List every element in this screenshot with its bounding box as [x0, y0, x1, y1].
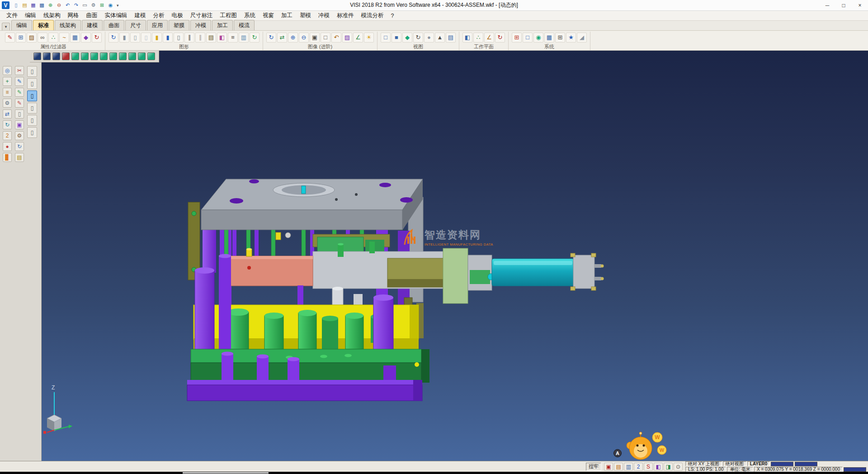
wrench-icon[interactable]: ⚙: [15, 131, 24, 140]
render-icon[interactable]: ☀: [364, 33, 374, 43]
statusbar-absolute-view[interactable]: 绝对视图: [723, 461, 746, 466]
menu-item[interactable]: 塑模: [296, 12, 315, 19]
menu-item[interactable]: 线架构: [40, 12, 64, 19]
menu-item[interactable]: 文件: [3, 12, 21, 19]
menu-item[interactable]: 电极: [168, 12, 187, 19]
menu-item[interactable]: 标准件: [333, 12, 358, 19]
statusbar-units[interactable]: 单位: 毫米: [727, 467, 753, 472]
layer-manager-icon[interactable]: ▤: [206, 33, 216, 43]
shade-element-icon[interactable]: ▮: [119, 33, 129, 43]
cube-view-dimetric-icon[interactable]: [147, 52, 155, 60]
selection-filter-icon[interactable]: ▣: [604, 463, 613, 471]
cube-view-bottom-icon[interactable]: [128, 52, 136, 60]
workplane-standard-icon[interactable]: ◧: [462, 33, 472, 43]
color-swatch[interactable]: [844, 467, 866, 472]
view-top-icon[interactable]: □: [381, 33, 391, 43]
ribbon-tab[interactable]: 建模: [82, 20, 103, 30]
cube-view-left-icon[interactable]: [109, 52, 117, 60]
cube-view-right-icon[interactable]: [119, 52, 127, 60]
cube-view-iso-icon[interactable]: [71, 52, 79, 60]
rotate-tool-icon[interactable]: ⚙: [3, 99, 12, 108]
ribbon-tab[interactable]: 编辑: [11, 20, 32, 30]
ribbon-tab[interactable]: 应用: [147, 20, 168, 30]
unclip-group-icon[interactable]: ∥: [195, 33, 205, 43]
quick-access-overflow-icon[interactable]: ▾: [114, 3, 121, 8]
filter-curves-icon[interactable]: ~: [59, 33, 69, 43]
workplane-status-icon[interactable]: ◧: [654, 463, 663, 471]
snap-star-icon[interactable]: ★: [566, 33, 576, 43]
3d-viewport[interactable]: 智造资料网 INTELLIGENT MANUFACTURING DATA Z: [42, 51, 868, 461]
menu-item[interactable]: 编辑: [21, 12, 40, 19]
attribute-brush-icon[interactable]: ▨: [27, 33, 37, 43]
ribbon-tab[interactable]: 曲面: [104, 20, 124, 30]
ghost-element-icon[interactable]: ▯: [141, 33, 151, 43]
view-preset-6[interactable]: ▯: [27, 127, 37, 138]
zoom-tool-icon[interactable]: ◎: [3, 66, 12, 75]
color-swatch[interactable]: [771, 462, 793, 466]
table-icon[interactable]: ▦: [544, 33, 554, 43]
ribbon-tab[interactable]: 标准: [33, 20, 54, 30]
zoom-out-icon[interactable]: ⊖: [299, 33, 309, 43]
line-style-icon[interactable]: ≡: [228, 33, 238, 43]
cube-view-back-icon[interactable]: [100, 52, 108, 60]
snap-toggle[interactable]: 捏牢: [586, 463, 601, 471]
ribbon-tab[interactable]: 冲模: [190, 20, 211, 30]
print-icon[interactable]: ▭: [81, 1, 89, 9]
zoom-window-icon[interactable]: ▣: [310, 33, 320, 43]
cube-view-front-icon[interactable]: [90, 52, 98, 60]
view-preset-3[interactable]: ▯: [27, 90, 37, 101]
shade-selection-icon[interactable]: ▮: [163, 33, 173, 43]
menu-item[interactable]: 尺寸标注: [187, 12, 217, 19]
filter-all-icon[interactable]: ∞: [38, 33, 47, 43]
maximize-button[interactable]: □: [835, 0, 852, 10]
workplane-3points-icon[interactable]: ∴: [473, 33, 483, 43]
split-viewport-icon[interactable]: [43, 52, 51, 60]
menu-item[interactable]: 加工: [278, 12, 296, 19]
modify-icon[interactable]: ✎: [15, 99, 24, 108]
ribbon-tab[interactable]: 塑膜: [169, 20, 189, 30]
print-status-icon[interactable]: ▤: [614, 463, 623, 471]
library-icon[interactable]: ▤: [15, 153, 24, 162]
wireframe-element-icon[interactable]: ▯: [130, 33, 140, 43]
menu-item[interactable]: 建模: [131, 12, 150, 19]
filter-solids-icon[interactable]: ◆: [81, 33, 91, 43]
menu-item[interactable]: 系统: [241, 12, 259, 19]
workplane-reset-icon[interactable]: ↻: [495, 33, 505, 43]
cube-view-axon-icon[interactable]: [138, 52, 146, 60]
regenerate-icon[interactable]: ↻: [250, 33, 259, 43]
clip-group-icon[interactable]: ∥: [184, 33, 194, 43]
workplane-align-icon[interactable]: ∠: [484, 33, 494, 43]
ramp-icon[interactable]: ◢: [577, 33, 587, 43]
point-icon[interactable]: ●: [3, 142, 12, 151]
world-icon[interactable]: ◉: [107, 1, 114, 9]
base-plate[interactable]: [187, 380, 422, 401]
single-viewport-icon[interactable]: [33, 52, 41, 60]
sketch-icon[interactable]: ✎: [15, 77, 24, 86]
ribbon-tab[interactable]: 模流: [234, 20, 255, 30]
new-document-icon[interactable]: ▯: [12, 1, 20, 9]
copy-attributes-icon[interactable]: ⊞: [16, 33, 26, 43]
move-tool-icon[interactable]: ⇄: [3, 109, 12, 118]
hide-element-icon[interactable]: ▯: [174, 33, 184, 43]
statusbar-view-mode[interactable]: 绝对 XY 上视图: [685, 461, 722, 466]
menu-item[interactable]: 分析: [150, 12, 168, 19]
solid-box-icon[interactable]: ▣: [15, 120, 24, 129]
ribbon-tab[interactable]: 尺寸: [125, 20, 146, 30]
help-icon[interactable]: 2: [634, 463, 643, 471]
previous-view-icon[interactable]: ↶: [331, 33, 341, 43]
menu-item[interactable]: 视窗: [259, 12, 278, 19]
saved-views-icon[interactable]: ▤: [446, 33, 456, 43]
top-clamp-plate[interactable]: [201, 179, 423, 230]
zoom-extents-icon[interactable]: □: [321, 33, 330, 43]
menu-item[interactable]: 模流分析: [358, 12, 387, 19]
dynamic-rotate-icon[interactable]: ↻: [266, 33, 276, 43]
view-preset-5[interactable]: ▯: [27, 115, 37, 126]
undo-icon[interactable]: ↶: [64, 1, 71, 9]
view-preset-4[interactable]: ▯: [27, 103, 37, 114]
menu-item[interactable]: 工程图: [217, 12, 241, 19]
export-icon[interactable]: ⊖: [55, 1, 63, 9]
reset-view-icon[interactable]: [62, 52, 70, 60]
cube-view-top-icon[interactable]: [81, 52, 89, 60]
assistant-badge[interactable]: A: [613, 449, 622, 457]
pan-view-icon[interactable]: ⇄: [277, 33, 287, 43]
